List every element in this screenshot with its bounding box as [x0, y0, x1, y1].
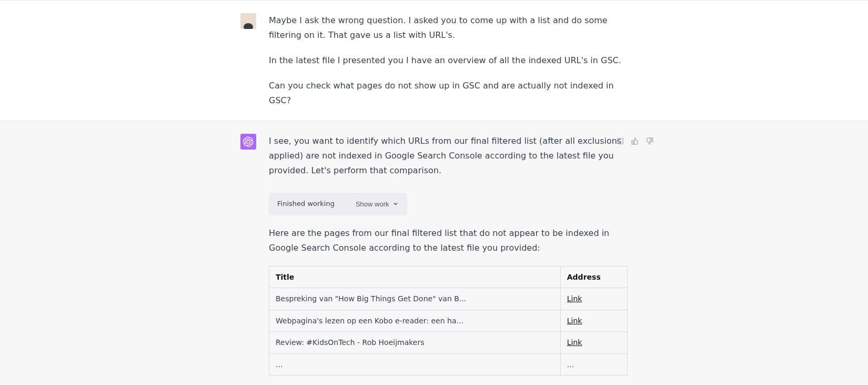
copy-button[interactable] — [615, 136, 625, 146]
table-row: Bespreking van "How Big Things Get Done"… — [269, 288, 628, 310]
user-avatar — [240, 13, 256, 29]
table-header-address: Address — [560, 266, 627, 288]
table-cell-title: Bespreking van "How Big Things Get Done"… — [269, 288, 561, 310]
user-avatar-image — [240, 13, 256, 29]
user-paragraph: Maybe I ask the wrong question. I asked … — [269, 13, 628, 43]
assistant-paragraph: Here are the pages from our final filter… — [269, 226, 628, 255]
assistant-message-content: I see, you want to identify which URLs f… — [269, 134, 628, 385]
thumbs-up-button[interactable] — [630, 136, 640, 146]
user-message-content: Maybe I ask the wrong question. I asked … — [269, 13, 628, 108]
table-cell-title: Webpagina's lezen op een Kobo e-reader: … — [269, 310, 561, 332]
results-table: Title Address Bespreking van "How Big Th… — [269, 266, 628, 376]
table-row: Review: #KidsOnTech - Rob Hoeijmakers Li… — [269, 332, 628, 354]
thumbs-up-icon — [631, 137, 639, 145]
chevron-down-icon — [392, 201, 399, 207]
user-paragraph: In the latest file I presented you I hav… — [269, 53, 628, 68]
result-link[interactable]: Link — [567, 338, 582, 347]
assistant-message: I see, you want to identify which URLs f… — [0, 121, 868, 385]
svg-rect-4 — [619, 139, 623, 144]
table-header-row: Title Address — [269, 266, 628, 288]
show-work-label: Show work — [356, 200, 389, 208]
user-message: Maybe I ask the wrong question. I asked … — [0, 0, 868, 121]
feedback-actions — [615, 136, 655, 146]
table-cell-title: ... — [269, 353, 561, 376]
show-work-toggle[interactable]: Show work — [356, 200, 399, 208]
assistant-paragraph: I see, you want to identify which URLs f… — [269, 134, 628, 178]
table-row: Webpagina's lezen op een Kobo e-reader: … — [269, 310, 628, 332]
clipboard-icon — [616, 137, 624, 145]
table-cell-title: Review: #KidsOnTech - Rob Hoeijmakers — [269, 332, 561, 354]
code-work-pill: Finished working Show work — [269, 193, 407, 215]
result-link[interactable]: Link — [567, 294, 582, 303]
assistant-avatar — [240, 134, 256, 150]
table-header-title: Title — [269, 266, 561, 288]
svg-point-3 — [246, 16, 251, 22]
table-cell-address: Link — [560, 288, 627, 310]
user-paragraph: Can you check what pages do not show up … — [269, 78, 628, 108]
table-cell-address: Link — [560, 310, 627, 332]
work-status-label: Finished working — [277, 198, 335, 210]
thumbs-down-icon — [645, 137, 654, 145]
table-row: ... ... — [269, 353, 628, 376]
openai-logo-icon — [243, 136, 254, 147]
table-cell-address: Link — [560, 332, 627, 354]
thumbs-down-button[interactable] — [644, 136, 655, 146]
table-cell-address: ... — [560, 353, 627, 376]
result-link[interactable]: Link — [567, 317, 582, 325]
